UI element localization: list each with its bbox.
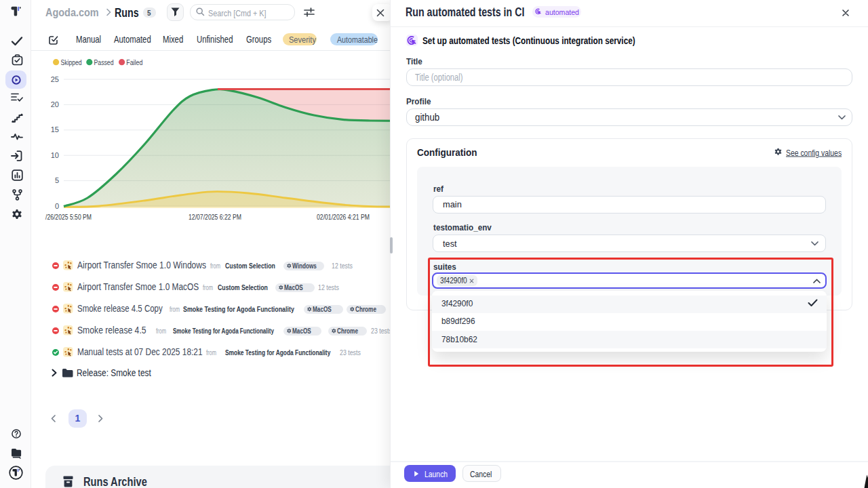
svg-text:20: 20 — [51, 100, 59, 108]
svg-text:10: 10 — [51, 151, 59, 159]
svg-text:5: 5 — [55, 176, 59, 184]
svg-text:12/07/2025 6:22 PM: 12/07/2025 6:22 PM — [189, 213, 241, 221]
svg-text:02/01/2026 4:21 PM: 02/01/2026 4:21 PM — [317, 213, 370, 221]
svg-text:/26/2025 5:50 PM: /26/2025 5:50 PM — [45, 213, 92, 221]
svg-text:25: 25 — [51, 75, 59, 83]
svg-text:Passed: Passed — [94, 58, 114, 66]
svg-text:Failed: Failed — [126, 58, 142, 66]
svg-text:0: 0 — [55, 202, 59, 210]
svg-text:Skipped: Skipped — [61, 58, 82, 66]
svg-text:15: 15 — [51, 125, 59, 134]
